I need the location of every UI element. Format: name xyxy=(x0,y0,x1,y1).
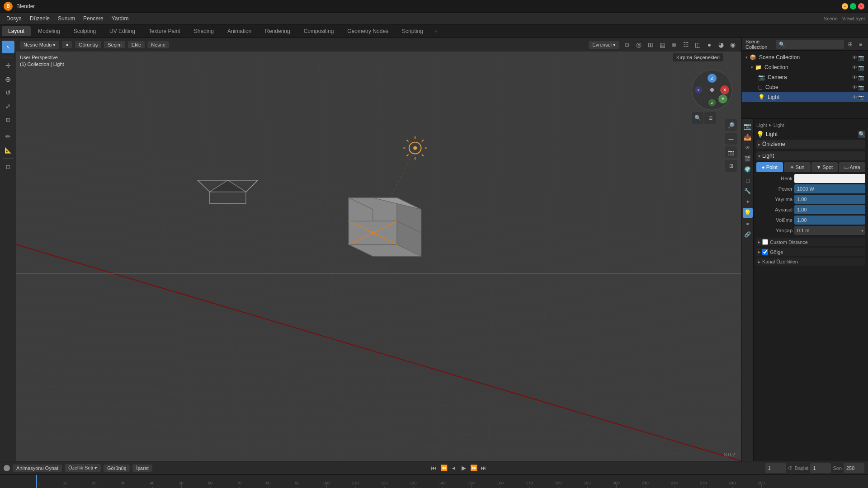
viewport-options1[interactable]: ⊞ xyxy=(646,40,656,50)
viewport-overlay[interactable]: ⊚ xyxy=(669,40,679,50)
viewport-snap[interactable]: ⊙ xyxy=(622,40,632,50)
yayilma-field[interactable]: 1.00 xyxy=(794,195,865,204)
prop-constraint[interactable]: 🔗 xyxy=(743,230,753,239)
prop-scene[interactable]: 🎬 xyxy=(743,154,753,164)
golge-check[interactable] xyxy=(762,249,768,255)
light-eye[interactable]: 👁 xyxy=(852,94,857,100)
select-menu[interactable]: Seçim xyxy=(104,41,125,48)
frame-all-btn[interactable]: ⊞ xyxy=(725,160,737,172)
tab-rendering[interactable]: Rendering xyxy=(259,26,296,36)
nav-circle[interactable]: Z Z X X Y xyxy=(692,70,732,110)
preview-header[interactable]: ▸ Önizleme xyxy=(756,140,865,149)
col-eye[interactable]: 👁 xyxy=(852,65,857,70)
prop-material[interactable]: ● xyxy=(743,219,753,229)
lt-point[interactable]: ● Point xyxy=(756,162,783,172)
viewport-options2[interactable]: ▦ xyxy=(657,40,667,50)
add-workspace-button[interactable]: + xyxy=(430,25,442,37)
maximize-button[interactable]: □ xyxy=(850,3,856,9)
vis-eye[interactable]: 👁 xyxy=(852,55,857,61)
ozellik-btn[interactable]: Özellik Seti ▾ xyxy=(65,464,101,472)
menu-duzenle[interactable]: Düzenle xyxy=(26,14,53,23)
select-tool[interactable]: ↖ xyxy=(2,41,14,53)
outliner-cube[interactable]: ◻ Cube 👁 📷 xyxy=(742,82,868,92)
menu-dosya[interactable]: Dosya xyxy=(3,14,25,23)
add-cube-tool[interactable]: ◻ xyxy=(2,160,14,173)
prop-object[interactable]: ◻ xyxy=(743,175,753,185)
perspective-btn[interactable]: ⊡ xyxy=(704,112,716,124)
scale-tool[interactable]: ⤢ xyxy=(2,100,14,113)
prop-output[interactable]: 📤 xyxy=(743,132,753,142)
outliner-camera[interactable]: 📷 Camera 👁 📷 xyxy=(742,72,868,82)
viewport-xray[interactable]: ☷ xyxy=(681,40,691,50)
outliner-settings[interactable]: ≡ xyxy=(857,39,864,49)
isaret-btn[interactable]: İşaret xyxy=(132,465,152,472)
outliner-search[interactable] xyxy=(776,40,844,49)
prop-modifier[interactable]: 🔧 xyxy=(743,186,753,196)
prop-search-btn[interactable]: 🔍 xyxy=(858,131,865,138)
vis-render[interactable]: 📷 xyxy=(858,55,864,61)
custom-distance-check[interactable] xyxy=(762,239,768,245)
add-menu[interactable]: Ekle xyxy=(128,41,145,48)
light-section-header[interactable]: ▾ Light xyxy=(756,151,865,160)
zoom-fit-btn[interactable]: 🔍 xyxy=(692,112,703,124)
light-ren[interactable]: 📷 xyxy=(858,94,864,100)
annotate-tool[interactable]: ✏ xyxy=(2,130,14,143)
golge-row[interactable]: ▸ Gölge xyxy=(756,248,865,256)
jump-end-btn[interactable]: ⏭ xyxy=(480,464,488,472)
prev-frame-btn[interactable]: ⏪ xyxy=(440,464,448,472)
color-field[interactable] xyxy=(794,174,865,183)
next-frame-btn[interactable]: ⏩ xyxy=(470,464,478,472)
menu-pencere[interactable]: Pencere xyxy=(80,14,107,23)
view-menu[interactable]: Görünüş xyxy=(75,41,101,48)
timeline-record[interactable] xyxy=(4,465,10,471)
prop-viewlayer[interactable]: 👁 xyxy=(743,143,753,153)
animasyon-btn[interactable]: Animasyonu Oynat xyxy=(13,465,62,472)
cam-ren[interactable]: 📷 xyxy=(858,75,864,80)
cube-ren[interactable]: 📷 xyxy=(858,84,864,90)
tab-geometry-nodes[interactable]: Geometry Nodes xyxy=(341,26,395,36)
menu-sunum[interactable]: Sunum xyxy=(54,14,79,23)
zoom-out-btn[interactable]: — xyxy=(725,133,737,145)
prop-render[interactable]: 📷 xyxy=(743,121,753,131)
aynasal-field[interactable]: 1.00 xyxy=(794,205,865,214)
object-menu[interactable]: Nesne xyxy=(147,41,169,48)
custom-distance-row[interactable]: ▸ Custom Distance xyxy=(756,238,865,246)
tab-texture-paint[interactable]: Texture Paint xyxy=(142,26,187,36)
cam-eye[interactable]: 👁 xyxy=(852,75,857,80)
navigation-widget[interactable]: Z Z X X Y xyxy=(692,70,737,115)
jump-start-btn[interactable]: ⏮ xyxy=(430,464,438,472)
outliner-scene-collection[interactable]: ▾ 📦 Scene Collection 👁 📷 xyxy=(742,52,868,62)
end-frame[interactable]: 250 xyxy=(844,463,864,473)
camera-view-btn[interactable]: 📷 xyxy=(725,146,737,158)
tab-scripting[interactable]: Scripting xyxy=(396,26,429,36)
close-button[interactable]: × xyxy=(858,3,864,9)
tab-animation[interactable]: Animation xyxy=(221,26,258,36)
shading-solid[interactable]: ● xyxy=(704,40,714,50)
gorunus-btn[interactable]: Görünüş xyxy=(104,465,130,472)
tab-sculpting[interactable]: Sculpting xyxy=(67,26,102,36)
menu-yardim[interactable]: Yardım xyxy=(108,14,132,23)
viewport-proportional[interactable]: ◎ xyxy=(634,40,644,50)
cursor-tool[interactable]: ✛ xyxy=(2,59,14,72)
transform-tool[interactable]: ⊞ xyxy=(2,113,14,126)
lt-spot[interactable]: ▼ Spot xyxy=(811,162,838,172)
kanal-row[interactable]: ▸ Kanal Özellikleri xyxy=(756,258,865,266)
move-tool[interactable]: ⊕ xyxy=(2,73,14,85)
rotate-tool[interactable]: ↺ xyxy=(2,86,14,99)
cube-eye[interactable]: 👁 xyxy=(852,84,857,90)
shading-render[interactable]: ◉ xyxy=(728,40,738,50)
current-frame[interactable]: 1 xyxy=(765,463,786,473)
mode-dropdown[interactable]: Nesne Modu ▾ xyxy=(20,41,59,49)
yariçap-field[interactable]: 0.1 m ▾ xyxy=(794,226,865,235)
play-btn[interactable]: ▶ xyxy=(460,464,468,472)
zoom-in-btn[interactable]: 🔎 xyxy=(725,119,737,131)
timeline-ruler[interactable]: 1102030405060708090100110120130140150160… xyxy=(0,474,868,488)
lt-sun[interactable]: ☀ Sun xyxy=(784,162,811,172)
tab-shading[interactable]: Shading xyxy=(188,26,220,36)
clip-options-button[interactable]: Kırpma Seçenekleri xyxy=(673,53,723,61)
tab-layout[interactable]: Layout xyxy=(2,26,31,36)
power-field[interactable]: 1000 W xyxy=(794,184,865,193)
tab-uv-editing[interactable]: UV Editing xyxy=(103,26,142,36)
measure-tool[interactable]: 📐 xyxy=(2,144,14,156)
evrensel-btn[interactable]: Evrensel ▾ xyxy=(589,41,619,49)
